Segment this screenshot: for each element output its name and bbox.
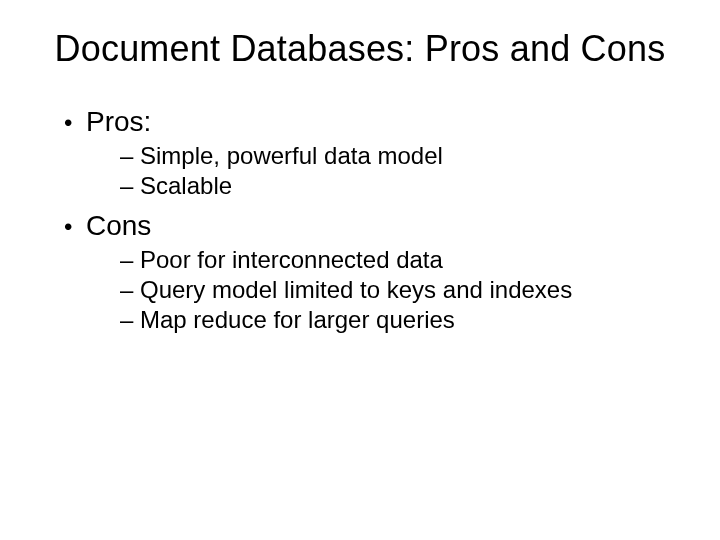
slide: Document Databases: Pros and Cons Pros: …: [0, 0, 720, 540]
section-label: Cons: [86, 210, 151, 241]
cons-sublist: Poor for interconnected data Query model…: [86, 246, 680, 334]
bullet-list: Pros: Simple, powerful data model Scalab…: [40, 106, 680, 334]
list-item: Simple, powerful data model: [120, 142, 680, 170]
section-cons: Cons Poor for interconnected data Query …: [64, 210, 680, 334]
list-item: Map reduce for larger queries: [120, 306, 680, 334]
list-item: Scalable: [120, 172, 680, 200]
list-item: Query model limited to keys and indexes: [120, 276, 680, 304]
pros-sublist: Simple, powerful data model Scalable: [86, 142, 680, 200]
list-item: Poor for interconnected data: [120, 246, 680, 274]
section-label: Pros:: [86, 106, 151, 137]
section-pros: Pros: Simple, powerful data model Scalab…: [64, 106, 680, 200]
slide-title: Document Databases: Pros and Cons: [40, 28, 680, 70]
